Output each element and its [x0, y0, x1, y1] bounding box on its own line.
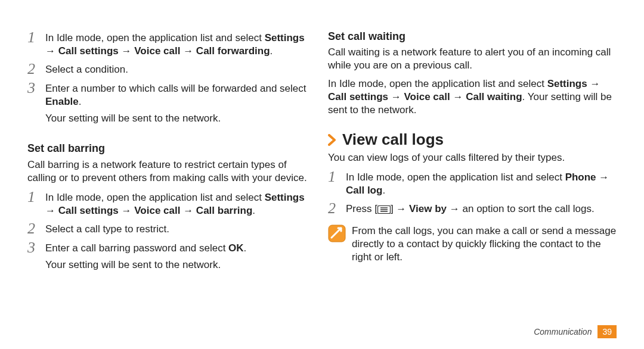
step-body: In Idle mode, open the application list … — [346, 169, 617, 197]
section-heading-row: View call logs — [328, 130, 617, 150]
text: . — [79, 96, 82, 107]
step-number: 2 — [328, 201, 340, 216]
logs-intro: You can view logs of your calls filtered… — [328, 151, 617, 164]
text: In Idle mode, open the application list … — [45, 32, 265, 43]
bold-word: Enable — [45, 96, 79, 107]
text: In Idle mode, open the application list … — [328, 78, 547, 89]
text: In Idle mode, open the application list … — [346, 172, 565, 183]
page-number: 39 — [597, 325, 617, 338]
step-number: 3 — [27, 80, 39, 96]
step-number: 1 — [328, 169, 340, 185]
step-after: Your setting will be sent to the network… — [45, 112, 316, 125]
step-number: 2 — [27, 61, 39, 77]
text: → an option to sort the call logs. — [447, 203, 595, 214]
logs-steps: 1 In Idle mode, open the application lis… — [328, 169, 617, 221]
step-body: In Idle mode, open the application list … — [45, 30, 316, 58]
step-body: Press [] → View by → an option to sort t… — [346, 201, 617, 217]
text: Enter a call barring password and select — [45, 242, 228, 254]
heading-view-call-logs: View call logs — [342, 130, 444, 150]
list-item: 1 In Idle mode, open the application lis… — [27, 189, 316, 217]
left-column: 1 In Idle mode, open the application lis… — [27, 30, 316, 337]
note-text: From the call logs, you can make a call … — [352, 225, 617, 264]
bold-word: View by — [409, 203, 447, 214]
step-body: Enter a number to which calls will be fo… — [45, 80, 316, 130]
step-body: In Idle mode, open the application list … — [45, 189, 316, 217]
waiting-body: In Idle mode, open the application list … — [328, 77, 617, 117]
step-number: 1 — [27, 189, 39, 205]
text: Enter a number to which calls will be fo… — [45, 83, 306, 94]
manual-page: 1 In Idle mode, open the application lis… — [0, 0, 644, 349]
step-number: 3 — [27, 240, 39, 255]
list-item: 1 In Idle mode, open the application lis… — [328, 169, 617, 197]
step-body: Enter a call barring password and select… — [45, 240, 316, 276]
list-item: 1 In Idle mode, open the application lis… — [27, 30, 316, 58]
bold-word: OK — [228, 242, 244, 254]
barring-steps: 1 In Idle mode, open the application lis… — [27, 189, 316, 280]
step-body: Select a condition. — [45, 61, 316, 76]
list-item: 3 Enter a number to which calls will be … — [27, 80, 316, 130]
text: . — [382, 185, 385, 196]
forwarding-steps: 1 In Idle mode, open the application lis… — [27, 30, 316, 133]
footer-section: Communication — [534, 326, 592, 337]
menu-key-icon — [377, 204, 391, 217]
chevron-right-icon — [328, 134, 336, 146]
text: ] → — [391, 203, 409, 214]
barring-intro: Call barring is a network feature to res… — [27, 158, 316, 185]
step-number: 2 — [27, 221, 39, 236]
note-block: From the call logs, you can make a call … — [328, 225, 617, 264]
list-item: 2 Press [] → View by → an option to sort… — [328, 201, 617, 217]
text: . — [252, 205, 255, 216]
step-number: 1 — [27, 30, 39, 45]
heading-call-waiting: Set call waiting — [328, 30, 617, 43]
page-footer: Communication 39 — [534, 325, 617, 338]
list-item: 2 Select a condition. — [27, 61, 316, 77]
list-item: 2 Select a call type to restrict. — [27, 221, 316, 236]
step-after: Your setting will be sent to the network… — [45, 258, 316, 272]
text: Press [ — [346, 203, 377, 214]
text: In Idle mode, open the application list … — [45, 192, 265, 203]
waiting-intro: Call waiting is a network feature to ale… — [328, 46, 617, 72]
text: . — [244, 242, 247, 254]
heading-call-barring: Set call barring — [27, 142, 316, 155]
list-item: 3 Enter a call barring password and sele… — [27, 240, 316, 276]
right-column: Set call waiting Call waiting is a netwo… — [328, 30, 617, 337]
text: . — [270, 45, 273, 57]
note-icon — [328, 225, 346, 242]
step-body: Select a call type to restrict. — [45, 221, 316, 236]
